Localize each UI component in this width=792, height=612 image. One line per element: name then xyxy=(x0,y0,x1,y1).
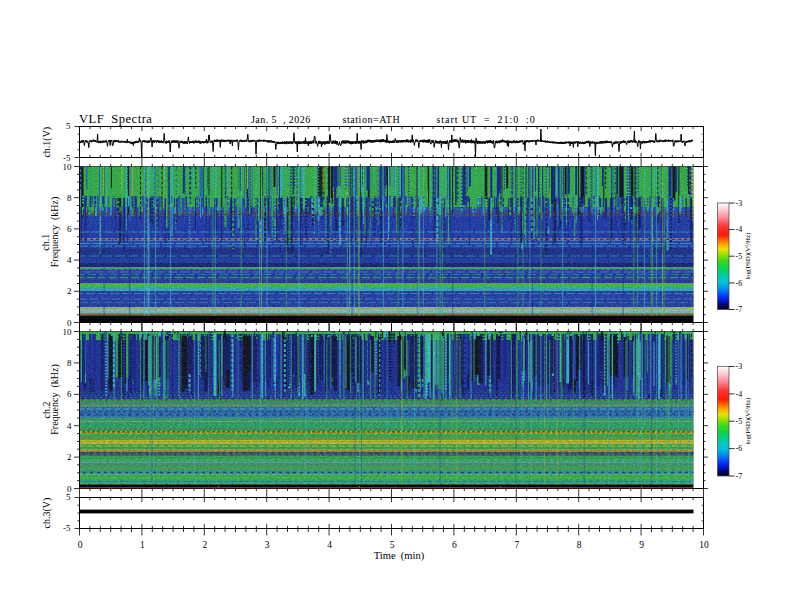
svg-text:VLF Spectra: VLF Spectra xyxy=(79,112,152,126)
svg-text:2: 2 xyxy=(202,540,207,550)
svg-text:ch.1(V): ch.1(V) xyxy=(41,127,53,158)
svg-text:10: 10 xyxy=(699,540,709,550)
svg-text:2: 2 xyxy=(67,286,72,296)
svg-text:station=ATH: station=ATH xyxy=(343,114,401,125)
svg-text:-4: -4 xyxy=(736,225,743,234)
svg-text:10: 10 xyxy=(63,327,73,337)
svg-text:-6: -6 xyxy=(736,279,743,288)
svg-text:-5: -5 xyxy=(736,252,743,261)
svg-text:3: 3 xyxy=(265,540,270,550)
svg-text:8: 8 xyxy=(577,540,582,550)
svg-text:8: 8 xyxy=(67,193,72,203)
svg-text:8: 8 xyxy=(67,358,72,368)
svg-text:0: 0 xyxy=(78,540,83,550)
svg-text:5: 5 xyxy=(66,121,71,131)
svg-text:1: 1 xyxy=(140,540,145,550)
svg-text:-4: -4 xyxy=(736,390,743,399)
svg-text:4: 4 xyxy=(67,421,72,431)
svg-text:-7: -7 xyxy=(736,472,743,481)
svg-text:Time (min): Time (min) xyxy=(374,550,425,562)
svg-text:Frequency (kHz): Frequency (kHz) xyxy=(49,197,61,268)
svg-text:4: 4 xyxy=(67,255,72,265)
svg-text:-6: -6 xyxy=(736,444,743,453)
svg-text:start UT = 21:0 :0: start UT = 21:0 :0 xyxy=(437,114,536,125)
svg-text:Jan. 5 , 2026: Jan. 5 , 2026 xyxy=(251,114,311,125)
svg-text:-7: -7 xyxy=(736,305,743,314)
svg-text:-3: -3 xyxy=(736,362,743,371)
svg-text:-3: -3 xyxy=(736,199,743,208)
svg-text:log(PSD)(V2/Hz): log(PSD)(V2/Hz) xyxy=(744,397,752,445)
svg-text:0: 0 xyxy=(67,318,72,328)
svg-text:9: 9 xyxy=(639,540,644,550)
svg-text:5: 5 xyxy=(66,492,71,502)
svg-text:-5: -5 xyxy=(63,523,71,533)
svg-text:10: 10 xyxy=(63,162,73,172)
svg-text:-5: -5 xyxy=(736,417,743,426)
svg-text:7: 7 xyxy=(514,540,519,550)
svg-text:log(PSD)(V2/Hz): log(PSD)(V2/Hz) xyxy=(744,232,752,280)
svg-text:4: 4 xyxy=(327,540,332,550)
svg-text:ch.3(V): ch.3(V) xyxy=(41,498,53,529)
svg-text:2: 2 xyxy=(67,452,72,462)
svg-text:Frequency (kHz): Frequency (kHz) xyxy=(49,364,61,435)
svg-text:6: 6 xyxy=(452,540,457,550)
svg-text:6: 6 xyxy=(67,224,72,234)
svg-text:6: 6 xyxy=(67,389,72,399)
